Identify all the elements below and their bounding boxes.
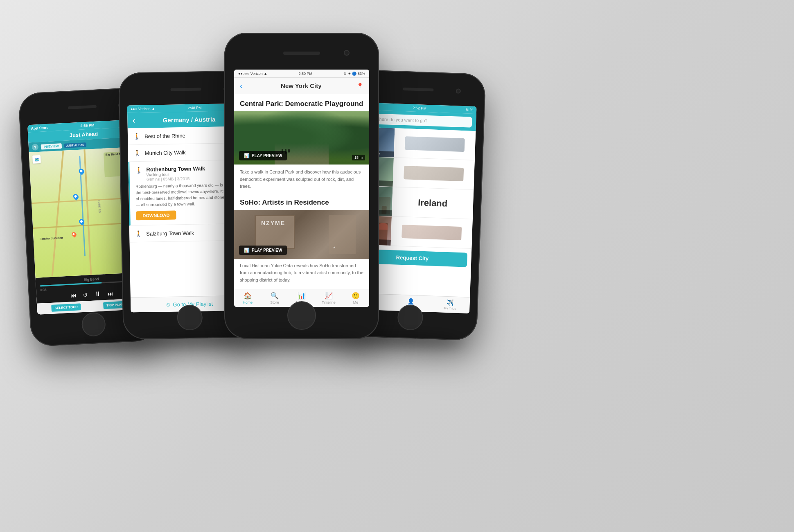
library-icon: 📊 [298,292,306,300]
central-park-desc: Take a walk in Central Park and discover… [234,165,369,196]
central-park-image: 📊 PLAY PREVIEW 15 m [234,111,369,165]
section-1-title: Central Park: Democratic Playground [234,94,369,111]
play-preview-btn-2[interactable]: 📊 PLAY PREVIEW [239,246,287,255]
time-1: 2:55 PM [80,123,94,128]
phone-3-camera [344,50,350,56]
map-pin-4 [71,231,78,237]
store-icon: 🔍 [271,292,279,300]
phone-3-screen: ●●○○○ Verizon ▲ 2:50 PM ⊕ ✦ 🔵 83% ‹ New … [234,70,369,307]
carrier-3: ●●○○○ Verizon ▲ [238,72,267,76]
salzburg-title: Salzburg Town Walk [146,230,194,237]
nav-home[interactable]: 🏠 Home [234,289,261,307]
munich-title: Munich City Walk [145,149,186,156]
walk-icon-4: 🚶 [135,230,142,237]
me-icon: 🙂 [352,292,360,300]
soho-image: NZYME ★ 📊 PLAY PREVIEW [234,210,369,259]
question-icon: ? [32,144,38,151]
timeline-icon: 📈 [325,292,333,300]
walk-icon-2: 🚶 [134,150,141,156]
battery-3: ⊕ ✦ 🔵 83% [343,72,365,76]
map-road-label: PARK RD [97,201,101,213]
places-nav-icon: 👤 [407,298,415,305]
city-content-germany [394,128,476,160]
section-2-title: SoHo: Artists in Residence [234,196,369,210]
phone-3-title: New York City [246,82,356,89]
phone-1-home-btn[interactable] [81,312,106,337]
phone-2-speaker [171,88,201,91]
phone-1-speaker [68,105,97,110]
replay-button[interactable]: ↺ [83,291,88,299]
map-pin-1 [78,168,85,175]
rothenburg-title: Rothenburg Town Walk [146,165,205,173]
select-tour-button[interactable]: SELECT TOUR [51,303,81,312]
preview-button[interactable]: PREVIEW [41,143,62,150]
map-pin-2 [72,193,80,201]
location-icon: 📍 [356,83,363,89]
phone-4-speaker [403,88,433,92]
phone-3-status: ●●○○○ Verizon ▲ 2:50 PM ⊕ ✦ 🔵 83% [234,70,369,78]
forward-button[interactable]: ⏭ [107,290,113,298]
phone-3-home-btn[interactable] [287,301,316,330]
walk-icon-1: 🚶 [133,133,140,140]
map-icon-btn[interactable]: 🗺️ [32,155,41,164]
phone-3: ●●○○○ Verizon ▲ 2:50 PM ⊕ ✦ 🔵 83% ‹ New … [224,33,379,339]
carrier-2: ●●○ Verizon ▲ [131,106,155,111]
rothenburg-meta: 64mins | 65MB | 3/2015 [147,176,205,182]
nav-me[interactable]: 🙂 Me [342,289,369,307]
rewind-button[interactable]: ⏮ [71,292,77,300]
phone-3-header: ‹ New York City 📍 [234,78,369,94]
download-button[interactable]: DOWNLOAD [136,211,176,221]
walk-icon-3: 🚶 [135,167,142,174]
soho-desc: Local Historian Yukie Ohta reveals how S… [234,259,369,287]
just-ahead-button[interactable]: JUST AHEAD [64,142,86,148]
back-button-3[interactable]: ‹ [240,81,243,90]
battery-4: 81% [466,108,473,112]
my-trips-nav-icon: ✈️ [447,299,454,306]
phone-3-speaker [283,52,320,55]
phone-4-camera [456,88,461,93]
pause-button[interactable]: ⏸ [94,291,101,298]
time-2: 2:48 PM [188,106,202,110]
rhine-title: Best of the Rhine [144,133,185,140]
time-4: 2:52 PM [413,106,426,110]
nav-my-trips[interactable]: ✈️ My Trips [430,296,470,313]
city-content-nicaragua [391,216,473,248]
home-icon: 🏠 [244,292,252,300]
carrier-1: App Store [31,126,48,131]
back-button-2[interactable]: ‹ [132,116,135,125]
search-placeholder: Where do you want to go? [375,117,428,123]
nav-store[interactable]: 🔍 Store [261,289,288,307]
map-label-panther: Panther Junction [39,236,63,240]
city-content-uae [393,158,475,189]
city-content-ireland: Ireland [392,187,474,219]
play-preview-btn-1[interactable]: 📊 PLAY PREVIEW [239,151,287,160]
nav-timeline[interactable]: 📈 Timeline [315,289,342,307]
share-icon: ⎋ [166,301,169,308]
phone-1-title: Just Ahead [69,131,98,138]
phone-3-content: Central Park: Democratic Playground 📊 PL… [234,94,369,289]
duration-badge-1: 15 m [352,155,365,160]
phone-2-home-btn[interactable] [177,304,203,330]
time-3: 2:50 PM [299,72,313,76]
map-pin-3 [78,218,86,225]
